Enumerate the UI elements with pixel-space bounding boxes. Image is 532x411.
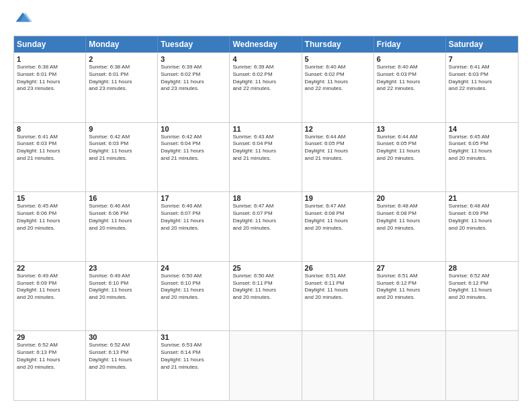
calendar-cell: 26Sunrise: 6:51 AM Sunset: 6:11 PM Dayli… xyxy=(302,262,374,331)
day-number: 31 xyxy=(161,333,226,341)
calendar-cell: 7Sunrise: 6:41 AM Sunset: 6:03 PM Daylig… xyxy=(446,53,518,122)
day-number: 27 xyxy=(377,264,443,272)
day-number: 19 xyxy=(305,194,371,202)
calendar-cell: 24Sunrise: 6:50 AM Sunset: 6:10 PM Dayli… xyxy=(158,262,230,331)
calendar-row: 22Sunrise: 6:49 AM Sunset: 6:09 PM Dayli… xyxy=(14,261,518,331)
day-number: 25 xyxy=(232,264,298,272)
calendar-row: 8Sunrise: 6:41 AM Sunset: 6:03 PM Daylig… xyxy=(14,122,518,192)
day-number: 13 xyxy=(377,125,443,133)
cell-info: Sunrise: 6:41 AM Sunset: 6:03 PM Dayligh… xyxy=(449,64,515,93)
cell-info: Sunrise: 6:40 AM Sunset: 6:02 PM Dayligh… xyxy=(305,64,371,93)
cell-info: Sunrise: 6:49 AM Sunset: 6:09 PM Dayligh… xyxy=(17,273,83,302)
cell-info: Sunrise: 6:46 AM Sunset: 6:07 PM Dayligh… xyxy=(161,203,226,232)
day-number: 16 xyxy=(89,194,154,202)
calendar-cell: 31Sunrise: 6:53 AM Sunset: 6:14 PM Dayli… xyxy=(158,331,230,400)
calendar-cell xyxy=(230,331,302,400)
day-number: 10 xyxy=(161,125,226,133)
calendar-cell: 19Sunrise: 6:47 AM Sunset: 6:08 PM Dayli… xyxy=(302,192,374,261)
day-number: 18 xyxy=(232,194,298,202)
calendar-cell: 10Sunrise: 6:42 AM Sunset: 6:04 PM Dayli… xyxy=(158,123,230,192)
cell-info: Sunrise: 6:52 AM Sunset: 6:12 PM Dayligh… xyxy=(449,273,515,302)
calendar-cell: 2Sunrise: 6:38 AM Sunset: 6:01 PM Daylig… xyxy=(86,53,158,122)
cell-info: Sunrise: 6:39 AM Sunset: 6:02 PM Dayligh… xyxy=(232,64,298,93)
calendar-cell: 29Sunrise: 6:52 AM Sunset: 6:13 PM Dayli… xyxy=(14,331,86,400)
cell-info: Sunrise: 6:47 AM Sunset: 6:08 PM Dayligh… xyxy=(305,203,371,232)
calendar-cell: 9Sunrise: 6:42 AM Sunset: 6:03 PM Daylig… xyxy=(86,123,158,192)
cell-info: Sunrise: 6:46 AM Sunset: 6:06 PM Dayligh… xyxy=(89,203,154,232)
calendar-cell: 18Sunrise: 6:47 AM Sunset: 6:07 PM Dayli… xyxy=(230,192,302,261)
cell-info: Sunrise: 6:53 AM Sunset: 6:14 PM Dayligh… xyxy=(161,342,226,371)
day-number: 14 xyxy=(449,125,515,133)
day-number: 6 xyxy=(377,55,443,63)
day-number: 29 xyxy=(17,333,83,341)
cell-info: Sunrise: 6:48 AM Sunset: 6:09 PM Dayligh… xyxy=(449,203,515,232)
day-number: 4 xyxy=(232,55,298,63)
cell-info: Sunrise: 6:51 AM Sunset: 6:11 PM Dayligh… xyxy=(305,273,371,302)
calendar-cell: 22Sunrise: 6:49 AM Sunset: 6:09 PM Dayli… xyxy=(14,262,86,331)
cell-info: Sunrise: 6:45 AM Sunset: 6:06 PM Dayligh… xyxy=(17,203,83,232)
day-number: 23 xyxy=(89,264,154,272)
calendar-cell xyxy=(374,331,446,400)
day-number: 30 xyxy=(89,333,154,341)
day-number: 7 xyxy=(449,55,515,63)
day-number: 26 xyxy=(305,264,371,272)
calendar-cell: 25Sunrise: 6:50 AM Sunset: 6:11 PM Dayli… xyxy=(230,262,302,331)
header-cell-tuesday: Tuesday xyxy=(158,36,230,52)
cell-info: Sunrise: 6:49 AM Sunset: 6:10 PM Dayligh… xyxy=(89,273,154,302)
calendar-header-row: SundayMondayTuesdayWednesdayThursdayFrid… xyxy=(14,36,518,52)
calendar-cell: 6Sunrise: 6:40 AM Sunset: 6:03 PM Daylig… xyxy=(374,53,446,122)
calendar-cell: 8Sunrise: 6:41 AM Sunset: 6:03 PM Daylig… xyxy=(14,123,86,192)
header-cell-friday: Friday xyxy=(374,36,446,52)
calendar-cell: 28Sunrise: 6:52 AM Sunset: 6:12 PM Dayli… xyxy=(446,262,518,331)
cell-info: Sunrise: 6:45 AM Sunset: 6:05 PM Dayligh… xyxy=(449,134,515,163)
day-number: 1 xyxy=(17,55,83,63)
calendar-cell: 5Sunrise: 6:40 AM Sunset: 6:02 PM Daylig… xyxy=(302,53,374,122)
cell-info: Sunrise: 6:38 AM Sunset: 6:01 PM Dayligh… xyxy=(17,64,83,93)
day-number: 2 xyxy=(89,55,154,63)
logo-icon xyxy=(13,10,32,29)
day-number: 15 xyxy=(17,194,83,202)
page: SundayMondayTuesdayWednesdayThursdayFrid… xyxy=(0,0,532,411)
calendar-cell: 27Sunrise: 6:51 AM Sunset: 6:12 PM Dayli… xyxy=(374,262,446,331)
header-cell-saturday: Saturday xyxy=(446,36,518,52)
day-number: 21 xyxy=(449,194,515,202)
day-number: 22 xyxy=(17,264,83,272)
cell-info: Sunrise: 6:43 AM Sunset: 6:04 PM Dayligh… xyxy=(232,134,298,163)
day-number: 9 xyxy=(89,125,154,133)
header xyxy=(13,10,519,29)
cell-info: Sunrise: 6:39 AM Sunset: 6:02 PM Dayligh… xyxy=(161,64,226,93)
cell-info: Sunrise: 6:52 AM Sunset: 6:13 PM Dayligh… xyxy=(89,342,154,371)
cell-info: Sunrise: 6:44 AM Sunset: 6:05 PM Dayligh… xyxy=(305,134,371,163)
calendar-cell xyxy=(302,331,374,400)
calendar-cell: 23Sunrise: 6:49 AM Sunset: 6:10 PM Dayli… xyxy=(86,262,158,331)
calendar-cell: 13Sunrise: 6:44 AM Sunset: 6:05 PM Dayli… xyxy=(374,123,446,192)
cell-info: Sunrise: 6:50 AM Sunset: 6:11 PM Dayligh… xyxy=(232,273,298,302)
cell-info: Sunrise: 6:38 AM Sunset: 6:01 PM Dayligh… xyxy=(89,64,154,93)
calendar-cell: 4Sunrise: 6:39 AM Sunset: 6:02 PM Daylig… xyxy=(230,53,302,122)
logo xyxy=(13,10,35,29)
calendar-cell: 1Sunrise: 6:38 AM Sunset: 6:01 PM Daylig… xyxy=(14,53,86,122)
calendar-cell: 16Sunrise: 6:46 AM Sunset: 6:06 PM Dayli… xyxy=(86,192,158,261)
cell-info: Sunrise: 6:42 AM Sunset: 6:04 PM Dayligh… xyxy=(161,134,226,163)
calendar: SundayMondayTuesdayWednesdayThursdayFrid… xyxy=(13,36,519,401)
day-number: 3 xyxy=(161,55,226,63)
calendar-cell xyxy=(446,331,518,400)
calendar-body: 1Sunrise: 6:38 AM Sunset: 6:01 PM Daylig… xyxy=(14,52,518,400)
calendar-cell: 17Sunrise: 6:46 AM Sunset: 6:07 PM Dayli… xyxy=(158,192,230,261)
cell-info: Sunrise: 6:48 AM Sunset: 6:08 PM Dayligh… xyxy=(377,203,443,232)
cell-info: Sunrise: 6:42 AM Sunset: 6:03 PM Dayligh… xyxy=(89,134,154,163)
day-number: 20 xyxy=(377,194,443,202)
header-cell-wednesday: Wednesday xyxy=(230,36,302,52)
day-number: 11 xyxy=(232,125,298,133)
calendar-row: 1Sunrise: 6:38 AM Sunset: 6:01 PM Daylig… xyxy=(14,52,518,122)
cell-info: Sunrise: 6:40 AM Sunset: 6:03 PM Dayligh… xyxy=(377,64,443,93)
cell-info: Sunrise: 6:44 AM Sunset: 6:05 PM Dayligh… xyxy=(377,134,443,163)
calendar-cell: 15Sunrise: 6:45 AM Sunset: 6:06 PM Dayli… xyxy=(14,192,86,261)
cell-info: Sunrise: 6:50 AM Sunset: 6:10 PM Dayligh… xyxy=(161,273,226,302)
cell-info: Sunrise: 6:51 AM Sunset: 6:12 PM Dayligh… xyxy=(377,273,443,302)
calendar-cell: 21Sunrise: 6:48 AM Sunset: 6:09 PM Dayli… xyxy=(446,192,518,261)
day-number: 5 xyxy=(305,55,371,63)
day-number: 12 xyxy=(305,125,371,133)
calendar-cell: 14Sunrise: 6:45 AM Sunset: 6:05 PM Dayli… xyxy=(446,123,518,192)
calendar-cell: 30Sunrise: 6:52 AM Sunset: 6:13 PM Dayli… xyxy=(86,331,158,400)
